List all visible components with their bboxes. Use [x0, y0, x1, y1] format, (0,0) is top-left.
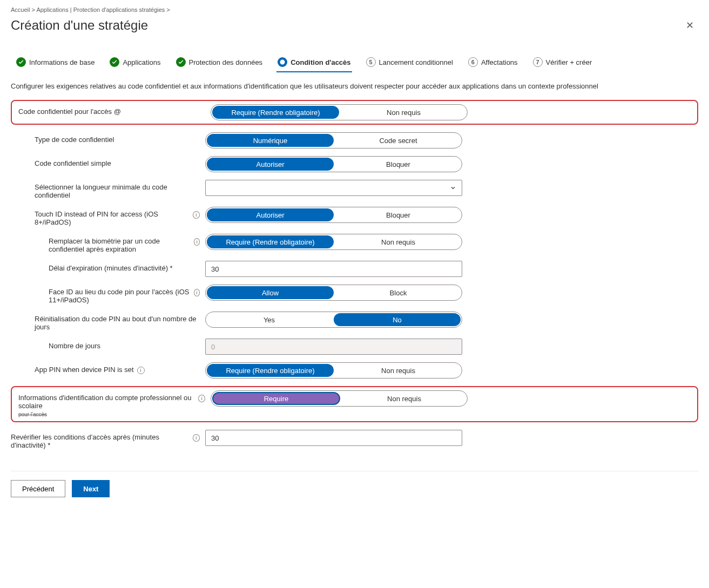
tab-conditional-launch[interactable]: 5 Lancement conditionnel: [361, 53, 458, 71]
toggle-touch-id[interactable]: Autoriser Bloquer: [205, 207, 462, 223]
tab-label: Applications: [123, 58, 160, 66]
label-num-days: Nombre de jours: [11, 339, 200, 350]
close-icon[interactable]: ✕: [681, 17, 698, 33]
check-icon: [110, 57, 119, 67]
toggle-not-required[interactable]: Non requis: [335, 363, 462, 378]
toggle-face-id[interactable]: Allow Block: [205, 285, 462, 301]
toggle-require[interactable]: Require (Rendre obligatoire): [212, 106, 339, 119]
chevron-down-icon: [450, 185, 456, 191]
label-app-pin: App PIN when device PIN is set i: [11, 362, 200, 374]
toggle-require[interactable]: Require (Rendre obligatoire): [207, 235, 334, 248]
tab-label: Affectations: [481, 58, 518, 66]
toggle-simple-pin[interactable]: Autoriser Bloquer: [205, 156, 462, 172]
page-title: Création d'une stratégie: [11, 18, 148, 33]
label-touch-id: Touch ID instead of PIN for access (iOS …: [11, 207, 200, 226]
input-num-days: [205, 339, 462, 355]
toggle-app-pin[interactable]: Require (Rendre obligatoire) Non requis: [205, 362, 462, 379]
tab-label: Condition d'accès: [291, 58, 350, 66]
step-number-icon: 7: [533, 57, 543, 67]
tab-apps[interactable]: Applications: [104, 53, 166, 71]
tab-review-create[interactable]: 7 Vérifier + créer: [528, 53, 598, 71]
toggle-allow[interactable]: Autoriser: [207, 208, 334, 221]
check-icon: [176, 57, 186, 67]
toggle-not-required[interactable]: Non requis: [340, 105, 467, 120]
tab-label: Informations de base: [29, 58, 94, 66]
toggle-not-required[interactable]: Non requis: [341, 391, 467, 406]
label-work-credentials: Informations d'identification du compte …: [16, 390, 205, 418]
toggle-numeric[interactable]: Numérique: [207, 134, 334, 147]
toggle-no[interactable]: No: [334, 313, 461, 326]
label-recheck: Revérifier les conditions d'accès après …: [11, 430, 200, 449]
breadcrumb[interactable]: Accueil > Applications | Protection d'ap…: [11, 0, 698, 17]
tab-access-requirements[interactable]: Condition d'accès: [272, 53, 356, 71]
input-timeout[interactable]: [205, 261, 462, 277]
tab-assignments[interactable]: 6 Affectations: [463, 53, 523, 71]
toggle-block[interactable]: Bloquer: [335, 157, 462, 172]
step-number-icon: 6: [468, 57, 478, 67]
toggle-work-credentials[interactable]: Require Non requis: [211, 390, 468, 407]
label-min-length: Sélectionner la longueur minimale du cod…: [11, 180, 200, 199]
label-pin-reset: Réinitialisation du code PIN au bout d'u…: [11, 312, 200, 331]
toggle-require[interactable]: Require (Rendre obligatoire): [207, 364, 334, 377]
tab-label: Lancement conditionnel: [379, 58, 453, 66]
info-icon[interactable]: i: [137, 367, 145, 374]
tab-data-protection[interactable]: Protection des données: [171, 53, 268, 71]
check-icon: [16, 57, 26, 67]
wizard-footer: Précédent Next: [11, 471, 698, 506]
info-icon[interactable]: i: [193, 434, 200, 442]
info-icon[interactable]: i: [194, 289, 200, 296]
label-timeout: Délai d'expiration (minutes d'inactivité…: [11, 261, 200, 272]
toggle-block[interactable]: Block: [335, 285, 462, 300]
label-simple-pin: Code confidentiel simple: [11, 156, 200, 167]
label-pin-type: Type de code confidentiel: [11, 132, 200, 144]
input-recheck[interactable]: [205, 430, 462, 446]
highlight-work-credentials: Informations d'identification du compte …: [11, 386, 698, 422]
label-pin-access: Code confidentiel pour l'accès @: [16, 104, 205, 116]
dropdown-min-length[interactable]: [205, 180, 462, 196]
info-icon[interactable]: i: [198, 395, 205, 402]
highlight-pin-access: Code confidentiel pour l'accès @ Require…: [11, 100, 698, 125]
info-icon[interactable]: i: [194, 238, 200, 246]
toggle-not-required[interactable]: Non requis: [335, 234, 462, 249]
toggle-pin-reset[interactable]: Yes No: [205, 312, 462, 328]
next-button[interactable]: Next: [72, 480, 110, 497]
label-override-biometrics: Remplacer la biométrie par un code confi…: [11, 234, 200, 253]
toggle-pin-access[interactable]: Require (Rendre obligatoire) Non requis: [211, 104, 468, 120]
step-icon: [278, 57, 287, 67]
svg-point-0: [280, 60, 285, 65]
wizard-tabs: Informations de base Applications Protec…: [11, 53, 698, 71]
toggle-override-biometrics[interactable]: Require (Rendre obligatoire) Non requis: [205, 234, 462, 250]
label-face-id: Face ID au lieu du code pin pour l'accès…: [11, 285, 200, 304]
toggle-require[interactable]: Require: [212, 392, 340, 405]
tab-basics[interactable]: Informations de base: [11, 53, 100, 71]
tab-label: Protection des données: [189, 58, 263, 66]
toggle-allow[interactable]: Allow: [207, 286, 334, 299]
toggle-passcode[interactable]: Code secret: [335, 133, 462, 148]
tab-label: Vérifier + créer: [546, 58, 592, 66]
toggle-pin-type[interactable]: Numérique Code secret: [205, 132, 462, 148]
previous-button[interactable]: Précédent: [11, 480, 65, 497]
toggle-yes[interactable]: Yes: [206, 312, 333, 327]
section-intro: Configurer les exigences relatives au co…: [11, 82, 698, 90]
info-icon[interactable]: i: [193, 211, 200, 219]
toggle-allow[interactable]: Autoriser: [207, 158, 334, 171]
toggle-block[interactable]: Bloquer: [335, 207, 462, 222]
step-number-icon: 5: [366, 57, 376, 67]
